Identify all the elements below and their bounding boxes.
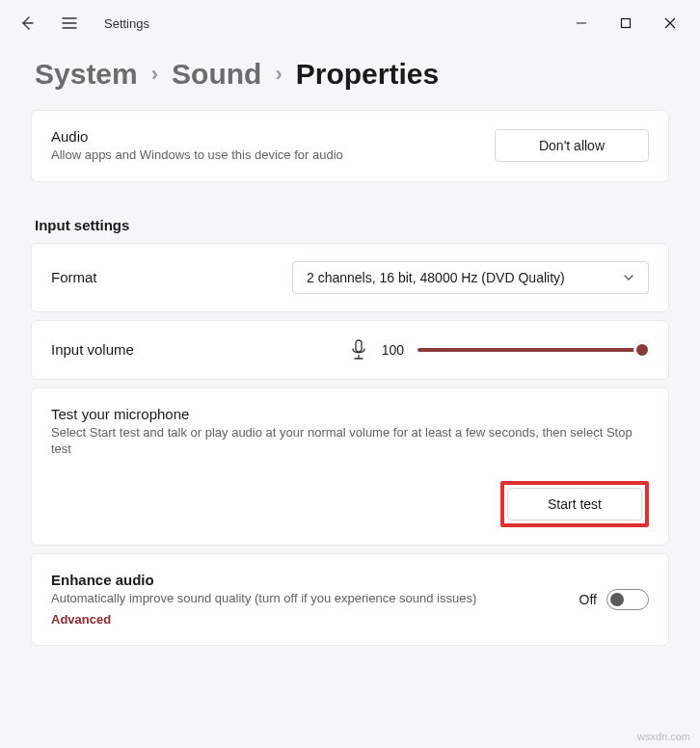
- dont-allow-button[interactable]: Don't allow: [495, 129, 649, 162]
- start-test-button[interactable]: Start test: [507, 488, 642, 521]
- volume-slider[interactable]: [417, 340, 649, 360]
- breadcrumb-sound[interactable]: Sound: [172, 58, 261, 91]
- input-volume-card: Input volume 100: [31, 320, 669, 380]
- maximize-icon: [620, 17, 632, 29]
- svg-rect-7: [356, 340, 362, 352]
- breadcrumb-system[interactable]: System: [35, 58, 138, 91]
- app-title: Settings: [104, 16, 149, 31]
- titlebar: Settings: [0, 0, 700, 46]
- test-microphone-card: Test your microphone Select Start test a…: [31, 387, 669, 546]
- start-test-highlight: Start test: [500, 481, 649, 527]
- breadcrumb: System › Sound › Properties: [0, 46, 700, 110]
- chevron-down-icon: [623, 272, 634, 283]
- audio-title: Audio: [51, 128, 479, 145]
- volume-value: 100: [382, 342, 404, 358]
- input-settings-heading: Input settings: [31, 190, 669, 243]
- watermark: wsxdn.com: [637, 731, 690, 742]
- microphone-icon: [349, 338, 368, 361]
- audio-subtitle: Allow apps and Windows to use this devic…: [51, 147, 479, 164]
- test-mic-title: Test your microphone: [51, 406, 649, 422]
- svg-rect-4: [622, 19, 631, 28]
- breadcrumb-properties: Properties: [296, 58, 439, 91]
- hamburger-icon: [62, 16, 77, 30]
- back-button[interactable]: [8, 4, 46, 42]
- enhance-audio-card: Enhance audio Automatically improve soun…: [31, 553, 669, 647]
- test-mic-subtitle: Select Start test and talk or play audio…: [51, 424, 649, 458]
- input-volume-label: Input volume: [51, 341, 134, 358]
- close-button[interactable]: [648, 8, 692, 39]
- toggle-knob: [610, 593, 624, 606]
- format-select[interactable]: 2 channels, 16 bit, 48000 Hz (DVD Qualit…: [292, 261, 649, 294]
- enhance-title: Enhance audio: [51, 572, 564, 588]
- toggle-state-label: Off: [579, 592, 597, 607]
- chevron-right-icon: ›: [275, 62, 282, 87]
- format-card: Format 2 channels, 16 bit, 48000 Hz (DVD…: [31, 243, 669, 312]
- slider-track: [417, 348, 649, 352]
- menu-button[interactable]: [50, 4, 89, 42]
- audio-permission-card: Audio Allow apps and Windows to use this…: [31, 110, 669, 182]
- enhance-audio-toggle[interactable]: [606, 589, 649, 610]
- chevron-right-icon: ›: [151, 62, 158, 87]
- minimize-button[interactable]: [559, 8, 604, 39]
- format-label: Format: [51, 269, 97, 285]
- minimize-icon: [576, 17, 587, 29]
- maximize-button[interactable]: [604, 8, 648, 39]
- arrow-left-icon: [19, 15, 35, 31]
- advanced-link[interactable]: Advanced: [51, 612, 111, 627]
- close-icon: [664, 17, 676, 29]
- format-value: 2 channels, 16 bit, 48000 Hz (DVD Qualit…: [307, 270, 565, 285]
- enhance-subtitle: Automatically improve sound quality (tur…: [51, 590, 564, 607]
- slider-thumb[interactable]: [633, 341, 651, 359]
